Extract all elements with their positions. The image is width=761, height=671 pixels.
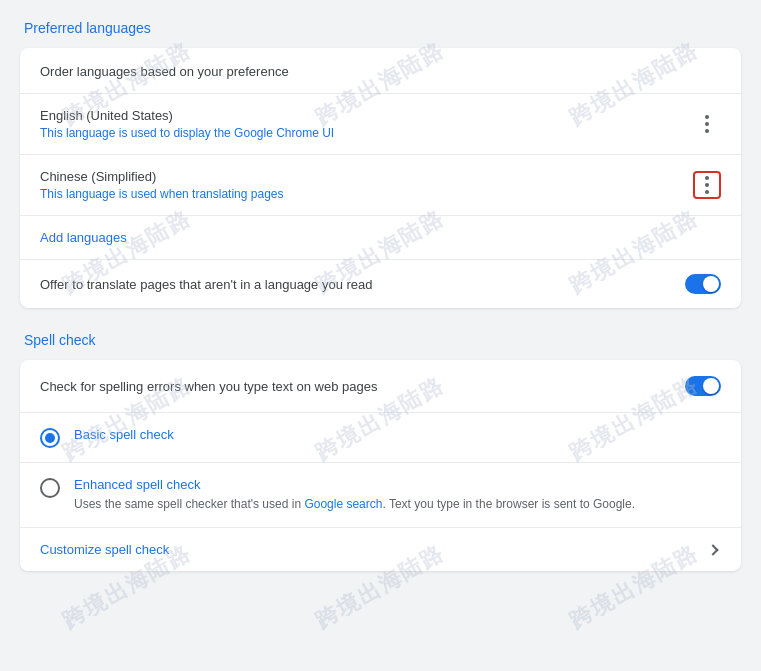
preferred-languages-title: Preferred languages xyxy=(20,20,741,36)
preferred-languages-card: Order languages based on your preference… xyxy=(20,48,741,308)
preferred-languages-section: Preferred languages Order languages base… xyxy=(20,20,741,308)
basic-spell-check-item: Basic spell check xyxy=(20,413,741,463)
spell-check-section: Spell check Check for spelling errors wh… xyxy=(20,332,741,571)
enhanced-spell-check-label: Enhanced spell check xyxy=(74,477,635,492)
chinese-more-button[interactable] xyxy=(693,171,721,199)
translate-toggle[interactable] xyxy=(685,274,721,294)
english-info: English (United States) This language is… xyxy=(40,108,334,140)
language-item-chinese: Chinese (Simplified) This language is us… xyxy=(20,155,741,216)
customize-spell-check-button[interactable]: Customize spell check xyxy=(20,528,741,571)
languages-card-header: Order languages based on your preference xyxy=(20,48,741,94)
basic-spell-check-radio[interactable] xyxy=(40,428,60,448)
translate-label: Offer to translate pages that aren't in … xyxy=(40,277,373,292)
spell-check-toggle-row: Check for spelling errors when you type … xyxy=(20,360,741,413)
english-more-button[interactable] xyxy=(693,110,721,138)
enhanced-spell-check-sub: Uses the same spell checker that's used … xyxy=(74,495,635,513)
translate-link[interactable]: translate pages that aren't in a languag… xyxy=(87,277,373,292)
chinese-name: Chinese (Simplified) xyxy=(40,169,284,184)
english-desc: This language is used to display the Goo… xyxy=(40,126,334,140)
spell-check-title: Spell check xyxy=(20,332,741,348)
language-item-english: English (United States) This language is… xyxy=(20,94,741,155)
customize-spell-check-label: Customize spell check xyxy=(40,542,169,557)
basic-spell-check-label: Basic spell check xyxy=(74,427,174,442)
translate-toggle-row: Offer to translate pages that aren't in … xyxy=(20,260,741,308)
spell-check-toggle[interactable] xyxy=(685,376,721,396)
chinese-desc: This language is used when translating p… xyxy=(40,187,284,201)
enhanced-spell-check-item: Enhanced spell check Uses the same spell… xyxy=(20,463,741,528)
english-name: English (United States) xyxy=(40,108,334,123)
enhanced-spell-check-radio[interactable] xyxy=(40,478,60,498)
spell-check-toggle-label: Check for spelling errors when you type … xyxy=(40,379,377,394)
spell-check-card: Check for spelling errors when you type … xyxy=(20,360,741,571)
chinese-info: Chinese (Simplified) This language is us… xyxy=(40,169,284,201)
chevron-right-icon xyxy=(707,544,718,555)
add-languages-button[interactable]: Add languages xyxy=(20,216,741,260)
